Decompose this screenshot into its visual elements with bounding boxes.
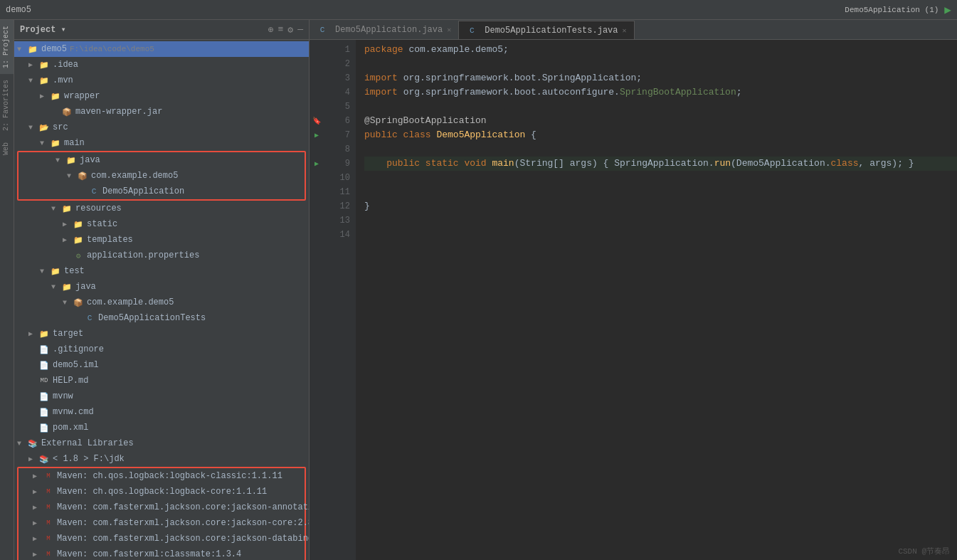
hide-icon[interactable]: — <box>297 24 303 35</box>
code-line-10 <box>364 171 957 185</box>
panel-header: Project ▾ ⊕ ≡ ⚙ — <box>14 20 309 40</box>
linenum-1: 1 <box>324 43 350 57</box>
linenum-8: 8 <box>324 142 350 157</box>
tree-item-java-test[interactable]: ▼ 📁 java <box>14 279 309 295</box>
maven-icon-5: M <box>43 533 54 544</box>
tab-Demo5Application[interactable]: C Demo5Application.java ✕ <box>310 21 459 39</box>
label-m-jackson-annotations: Maven: com.fasterxml.jackson.core:jackso… <box>57 502 309 512</box>
arrow-m6: ▶ <box>33 550 43 559</box>
jar-icon: 📦 <box>61 106 73 117</box>
gutter-9[interactable]: ▶ <box>310 157 324 171</box>
tree-item-mvn[interactable]: ▼ 📁 .mvn <box>14 73 309 88</box>
path-demo5: F:\idea\code\demo5 <box>70 45 154 53</box>
collapse-icon[interactable]: ≡ <box>278 24 284 35</box>
label-templates: templates <box>87 235 133 245</box>
code-content[interactable]: package com.example.demo5; import org.sp… <box>356 40 957 560</box>
tree-item-src[interactable]: ▼ 📂 src <box>14 120 309 135</box>
tree-item-gitignore[interactable]: ▶ 📄 .gitignore <box>14 342 309 357</box>
tree-item-demo5-iml[interactable]: ▶ 📄 demo5.iml <box>14 357 309 373</box>
tree-item-java[interactable]: ▼ 📁 java <box>18 152 305 168</box>
code-line-13 <box>364 213 957 228</box>
label-mvn: .mvn <box>53 75 73 85</box>
arrow-static: ▶ <box>63 220 73 228</box>
arrow-templates: ▶ <box>63 236 73 244</box>
arrow-java: ▼ <box>55 157 65 164</box>
run-icon-7[interactable]: ▶ <box>314 131 319 139</box>
panel-title: Project ▾ <box>20 24 66 35</box>
titlebar-right: Demo5Application (1) ▶ <box>845 3 951 17</box>
maven-icon-6: M <box>43 549 54 560</box>
tree-item-pom-xml[interactable]: ▶ 📄 pom.xml <box>14 420 309 435</box>
tab-Demo5ApplicationTests[interactable]: C Demo5ApplicationTests.java ✕ <box>459 21 634 39</box>
tree-item-m-logback-core[interactable]: ▶ M Maven: ch.qos.logback:logback-core:1… <box>18 484 305 500</box>
tree-item-idea[interactable]: ▶ 📁 .idea <box>14 57 309 73</box>
sidebar-tab-favorites[interactable]: 2: Favorites <box>0 74 14 137</box>
code-line-2 <box>364 57 957 71</box>
tree-item-mvnw[interactable]: ▶ 📄 mvnw <box>14 389 309 404</box>
code-line-9: public static void main(String[] args) {… <box>364 157 957 171</box>
tab-close-1[interactable]: ✕ <box>447 26 451 34</box>
tree-item-demo5[interactable]: ▼ 📁 demo5 F:\idea\code\demo5 <box>14 41 309 57</box>
code-line-3: import org.springframework.boot.SpringAp… <box>364 71 957 85</box>
package-icon-test: 📦 <box>73 297 84 308</box>
tab-close-2[interactable]: ✕ <box>623 26 627 35</box>
tree-item-ext-libs[interactable]: ▼ 📚 External Libraries <box>14 435 309 451</box>
tree-item-jdk[interactable]: ▶ 📚 < 1.8 > F:\jdk <box>14 451 309 467</box>
tree-item-application-properties[interactable]: ▶ ⚙ application.properties <box>14 248 309 263</box>
tree-item-static[interactable]: ▶ 📁 static <box>14 216 309 232</box>
tree-item-maven-wrapper-jar[interactable]: ▶ 📦 maven-wrapper.jar <box>14 104 309 120</box>
folder-icon-test: 📁 <box>50 265 61 277</box>
folder-icon-idea: 📁 <box>38 59 50 70</box>
tree-item-m-jackson-core[interactable]: ▶ M Maven: com.fasterxml.jackson.core:ja… <box>18 515 305 531</box>
linenum-3: 3 <box>324 71 350 85</box>
project-panel: Project ▾ ⊕ ≡ ⚙ — ▼ 📁 demo5 F:\idea\code… <box>14 20 310 560</box>
tree-item-test[interactable]: ▼ 📁 test <box>14 263 309 279</box>
locate-icon[interactable]: ⊕ <box>268 24 274 36</box>
tree-item-m-logback-classic[interactable]: ▶ M Maven: ch.qos.logback:logback-classi… <box>18 468 305 484</box>
arrow-test: ▼ <box>40 268 50 275</box>
arrow-demo5: ▼ <box>17 46 27 53</box>
tree-item-Demo5ApplicationTests[interactable]: ▶ C Demo5ApplicationTests <box>14 310 309 326</box>
gutter-7[interactable]: ▶ <box>310 128 324 142</box>
label-m-logback-core: Maven: ch.qos.logback:logback-core:1.1.1… <box>57 487 267 497</box>
label-test: test <box>64 266 85 276</box>
sidebar-tab-project[interactable]: 1: Project <box>0 20 14 74</box>
tree-item-resources[interactable]: ▼ 📁 resources <box>14 201 309 216</box>
iml-icon: 📄 <box>38 359 50 371</box>
arrow-resources: ▼ <box>51 205 61 213</box>
tree-item-target[interactable]: ▶ 📁 target <box>14 326 309 342</box>
tab-label-2: Demo5ApplicationTests.java <box>485 26 618 36</box>
folder-icon-java-test: 📁 <box>61 281 73 292</box>
folder-icon-src: 📂 <box>38 122 50 133</box>
tree-item-m-classmate[interactable]: ▶ M Maven: com.fasterxml:classmate:1.3.4 <box>18 546 305 560</box>
arrow-target: ▶ <box>28 329 38 338</box>
tree-item-com-example-demo5[interactable]: ▼ 📦 com.example.demo5 <box>18 168 305 184</box>
watermark: CSDN @节奏昂 <box>898 546 950 556</box>
arrow-src: ▼ <box>28 124 38 132</box>
maven-icon-4: M <box>43 517 54 529</box>
tree-item-mvnw-cmd[interactable]: ▶ 📄 mvnw.cmd <box>14 404 309 420</box>
gutter-10 <box>310 171 324 185</box>
tree-item-wrapper[interactable]: ▶ 📁 wrapper <box>14 88 309 104</box>
editor-area: C Demo5Application.java ✕ C Demo5Applica… <box>310 20 957 560</box>
tree-item-main[interactable]: ▼ 📁 main <box>14 135 309 151</box>
tree-item-Demo5Application[interactable]: ▶ C Demo5Application <box>18 184 305 199</box>
arrow-main: ▼ <box>40 139 50 147</box>
tree-item-m-jackson-databind[interactable]: ▶ M Maven: com.fasterxml.jackson.core:ja… <box>18 531 305 546</box>
label-m-classmate: Maven: com.fasterxml:classmate:1.3.4 <box>57 549 241 559</box>
run-icon-9[interactable]: ▶ <box>314 159 319 168</box>
code-line-4: import org.springframework.boot.autoconf… <box>364 85 957 100</box>
tree-item-m-jackson-annotations[interactable]: ▶ M Maven: com.fasterxml.jackson.core:ja… <box>18 500 305 515</box>
tree-item-templates[interactable]: ▶ 📁 templates <box>14 232 309 248</box>
run-button[interactable]: ▶ <box>944 3 951 17</box>
sidebar-tab-web[interactable]: Web <box>0 137 14 161</box>
tree-item-com-example-demo5-test[interactable]: ▼ 📦 com.example.demo5 <box>14 295 309 310</box>
arrow-com-example-test: ▼ <box>63 299 73 307</box>
settings-icon[interactable]: ⚙ <box>287 24 293 36</box>
tree-item-HELP-md[interactable]: ▶ MD HELP.md <box>14 373 309 389</box>
arrow-m1: ▶ <box>33 472 43 480</box>
linenum-13: 13 <box>324 213 350 228</box>
gutter-4 <box>310 85 324 100</box>
linenum-6: 6 <box>324 114 350 128</box>
linenum-12: 12 <box>324 199 350 213</box>
